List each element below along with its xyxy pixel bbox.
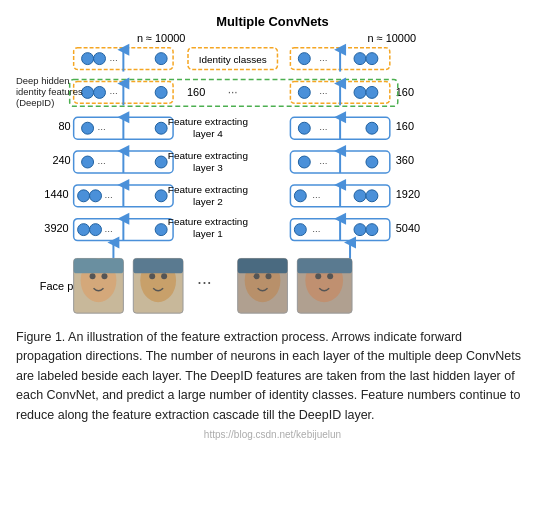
svg-point-34 (155, 156, 167, 168)
deep-id-right-num: 160 (396, 86, 414, 98)
svg-point-1 (82, 53, 94, 65)
svg-text:···: ··· (109, 87, 117, 98)
svg-point-18 (298, 86, 310, 98)
layer2-label-line2: layer 2 (193, 196, 223, 207)
svg-point-40 (78, 190, 90, 202)
svg-point-24 (82, 122, 94, 134)
layer1-label-line2: layer 1 (193, 228, 223, 239)
svg-point-2 (94, 53, 106, 65)
svg-point-85 (254, 273, 260, 279)
svg-point-20 (354, 86, 366, 98)
n-approx-left: n ≈ 10000 (137, 32, 186, 44)
deep-hidden-label-line2: identity features (16, 86, 83, 97)
svg-rect-87 (238, 258, 288, 273)
svg-text:···: ··· (319, 157, 327, 168)
svg-text:···: ··· (98, 123, 106, 134)
caption-text: Figure 1. An illustration of the feature… (16, 330, 521, 422)
deep-hidden-label-line3: (DeepID) (16, 97, 54, 108)
layer1-label-line1: Feature extracting (168, 216, 248, 227)
svg-point-21 (366, 86, 378, 98)
layer2-right-num: 1920 (396, 188, 420, 200)
layer3-label-line2: layer 3 (193, 162, 223, 173)
svg-point-41 (90, 190, 102, 202)
svg-text:···: ··· (312, 191, 320, 202)
identity-classes-label: Identity classes (199, 54, 267, 65)
layer4-label-line2: layer 4 (193, 128, 223, 139)
watermark-text: https://blog.csdn.net/kebijuelun (204, 429, 341, 440)
svg-point-12 (82, 86, 94, 98)
svg-point-53 (155, 224, 167, 236)
svg-text:···: ··· (104, 191, 112, 202)
svg-point-38 (366, 156, 378, 168)
deep-id-left-num: 160 (187, 86, 205, 98)
svg-point-10 (366, 53, 378, 65)
layer2-left-num: 1440 (44, 188, 68, 200)
svg-text:···: ··· (98, 157, 106, 168)
layer4-left-num: 80 (59, 120, 71, 132)
layer2-label-line1: Feature extracting (168, 184, 248, 195)
watermark: https://blog.csdn.net/kebijuelun (14, 429, 531, 440)
layer4-label-line1: Feature extracting (168, 116, 248, 127)
svg-point-4 (155, 53, 167, 65)
svg-rect-92 (297, 258, 352, 273)
layer1-right-num: 5040 (396, 222, 420, 234)
svg-point-43 (155, 190, 167, 202)
svg-point-55 (294, 224, 306, 236)
svg-point-86 (266, 273, 272, 279)
svg-text:···: ··· (312, 225, 320, 236)
diagram-area: Multiple ConvNets n ≈ 10000 n ≈ 10000 ··… (14, 10, 531, 320)
svg-point-15 (155, 86, 167, 98)
svg-point-32 (82, 156, 94, 168)
svg-text:···: ··· (319, 123, 327, 134)
diagram-svg: Multiple ConvNets n ≈ 10000 n ≈ 10000 ··… (14, 10, 531, 320)
face-dots: ··· (197, 272, 212, 292)
svg-point-9 (354, 53, 366, 65)
svg-point-13 (94, 86, 106, 98)
diagram-title: Multiple ConvNets (216, 14, 329, 29)
svg-point-26 (155, 122, 167, 134)
svg-point-58 (366, 224, 378, 236)
svg-point-47 (354, 190, 366, 202)
svg-point-91 (327, 273, 333, 279)
svg-point-51 (90, 224, 102, 236)
layer4-right-num: 160 (396, 120, 414, 132)
svg-point-28 (298, 122, 310, 134)
n-approx-right: n ≈ 10000 (368, 32, 417, 44)
svg-point-81 (161, 273, 167, 279)
svg-rect-77 (74, 258, 124, 273)
layer3-right-num: 360 (396, 154, 414, 166)
main-container: Multiple ConvNets n ≈ 10000 n ≈ 10000 ··… (0, 0, 545, 450)
layer1-left-num: 3920 (44, 222, 68, 234)
svg-point-45 (294, 190, 306, 202)
svg-rect-82 (133, 258, 183, 273)
svg-point-30 (366, 122, 378, 134)
svg-text:···: ··· (319, 54, 327, 65)
deep-hidden-label-line1: Deep hidden (16, 75, 70, 86)
layer3-left-num: 240 (52, 154, 70, 166)
svg-point-90 (315, 273, 321, 279)
svg-point-75 (90, 273, 96, 279)
svg-text:···: ··· (104, 225, 112, 236)
svg-point-36 (298, 156, 310, 168)
svg-point-50 (78, 224, 90, 236)
svg-text:···: ··· (109, 54, 117, 65)
svg-point-7 (298, 53, 310, 65)
svg-point-76 (101, 273, 107, 279)
caption: Figure 1. An illustration of the feature… (14, 328, 531, 425)
svg-text:···: ··· (319, 87, 327, 98)
layer3-label-line1: Feature extracting (168, 150, 248, 161)
svg-point-80 (149, 273, 155, 279)
svg-point-48 (366, 190, 378, 202)
svg-point-57 (354, 224, 366, 236)
svg-text:···: ··· (228, 85, 238, 99)
